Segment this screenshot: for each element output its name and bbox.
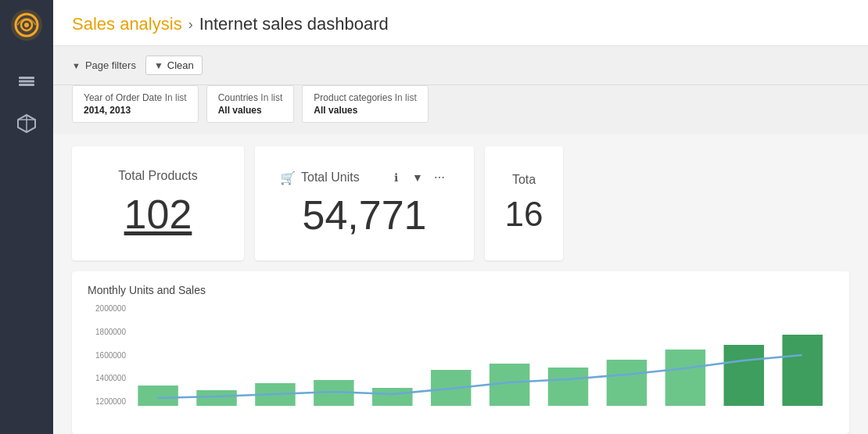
more-button[interactable]: ⋯ (430, 168, 449, 187)
total-products-card: Total Products 102 (72, 146, 244, 260)
cube-nav-icon[interactable] (13, 109, 41, 138)
total-units-value: 54,771 (302, 192, 426, 239)
y-axis: 2000000 1800000 1600000 1400000 1200000 (88, 304, 131, 406)
filter-chip-categories[interactable]: Product categories In list All values (302, 85, 428, 123)
svg-point-3 (24, 23, 29, 27)
filter-chip-countries-label: Countries In list (218, 92, 283, 103)
total-products-value: 102 (124, 191, 192, 238)
card-actions: ℹ ▼ ⋯ (386, 168, 449, 187)
y-label-2: 1800000 (88, 328, 126, 336)
svg-rect-10 (138, 386, 178, 406)
chart-svg (131, 304, 834, 406)
svg-rect-17 (548, 368, 589, 406)
filter-chip-year-value: 2014, 2013 (84, 105, 187, 116)
svg-rect-5 (19, 81, 34, 83)
clean-label: Clean (167, 59, 194, 71)
total-partial-title: Tota (512, 173, 536, 187)
filter-chip-categories-value: All values (314, 105, 416, 116)
total-partial-value: 16 (505, 195, 543, 234)
page-filters-label: Page filters (85, 59, 136, 71)
filter-chip-year-label: Year of Order Date In list (84, 92, 187, 103)
breadcrumb: Sales analysis › Internet sales dashboar… (72, 14, 849, 34)
chart-container: 2000000 1800000 1600000 1400000 1200000 (88, 304, 834, 406)
breadcrumb-current: Internet sales dashboard (199, 14, 389, 34)
total-units-title: Total Units (301, 170, 360, 185)
cart-icon: 🛒 (280, 170, 296, 185)
app-logo[interactable] (9, 8, 44, 42)
header: Sales analysis › Internet sales dashboar… (53, 0, 868, 46)
chart-inner (131, 304, 834, 406)
breadcrumb-link[interactable]: Sales analysis (72, 14, 182, 34)
svg-rect-4 (19, 77, 34, 79)
svg-rect-14 (372, 388, 413, 406)
total-partial-card: Tota 16 (485, 146, 563, 260)
filter-button[interactable]: ▼ (408, 168, 427, 187)
y-label-5: 1200000 (88, 397, 126, 406)
y-label-3: 1600000 (88, 351, 126, 360)
filter-chips-container: Year of Order Date In list 2014, 2013 Co… (53, 85, 868, 134)
filter-chip-year[interactable]: Year of Order Date In list 2014, 2013 (72, 85, 199, 123)
filter-bar: ▼ Page filters ▼ Clean (53, 46, 868, 85)
total-units-card: 🛒 Total Units ℹ ▼ ⋯ 54,771 (255, 146, 474, 260)
filter-chip-countries[interactable]: Countries In list All values (206, 85, 295, 123)
layers-nav-icon[interactable] (13, 66, 41, 94)
total-products-title: Total Products (118, 169, 197, 183)
svg-rect-18 (607, 360, 647, 406)
info-button[interactable]: ℹ (386, 168, 405, 187)
y-label-4: 1400000 (88, 374, 126, 382)
svg-rect-6 (19, 84, 34, 86)
filter-chip-categories-label: Product categories In list (314, 92, 416, 103)
breadcrumb-separator: › (188, 16, 193, 33)
svg-rect-21 (782, 335, 823, 406)
page-filters-toggle[interactable]: ▼ Page filters (72, 59, 136, 71)
chart-title: Monthly Units and Sales (88, 284, 834, 296)
y-label-1: 2000000 (88, 304, 126, 313)
clean-button[interactable]: ▼ Clean (145, 56, 203, 75)
svg-rect-19 (665, 350, 706, 406)
svg-rect-11 (196, 390, 237, 406)
svg-rect-20 (724, 345, 765, 406)
chart-section: Monthly Units and Sales 2000000 1800000 … (72, 271, 849, 434)
chevron-down-icon: ▼ (72, 61, 81, 70)
filter-icon: ▼ (154, 60, 163, 71)
cards-area: Total Products 102 🛒 Total Units ℹ ▼ ⋯ 5… (53, 134, 868, 260)
card-header-row: 🛒 Total Units ℹ ▼ ⋯ (280, 168, 449, 187)
sidebar (0, 0, 53, 434)
filter-chip-countries-value: All values (218, 105, 283, 116)
total-units-title-row: 🛒 Total Units (280, 170, 360, 185)
main-content: Sales analysis › Internet sales dashboar… (53, 0, 868, 434)
